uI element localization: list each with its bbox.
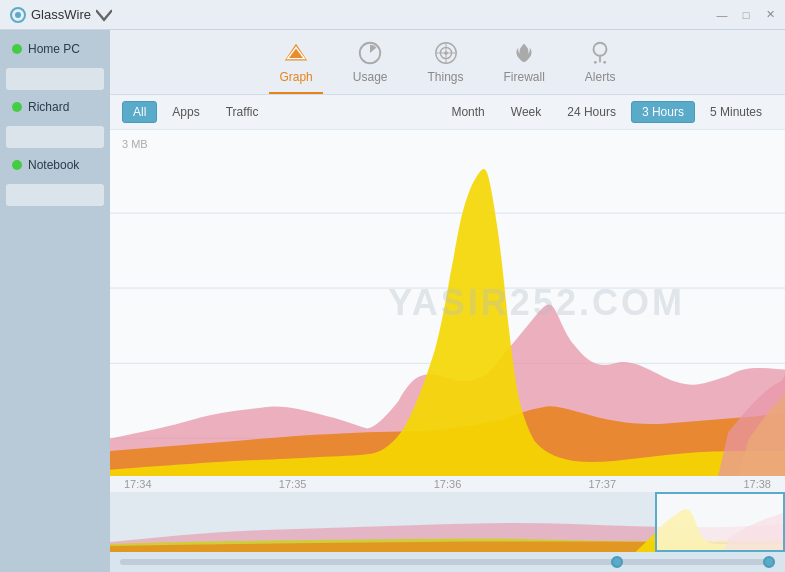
filter-bar: All Apps Traffic Month Week 24 Hours 3 H… [110,95,785,130]
svg-point-12 [594,61,597,64]
title-bar: GlassWire — □ ✕ [0,0,785,30]
sidebar-input-homepc[interactable] [6,68,104,90]
tab-graph-label: Graph [279,70,312,84]
status-dot-notebook [12,160,22,170]
tab-firewall[interactable]: Firewall [494,36,555,94]
scrollbar-thumb-right[interactable] [763,556,775,568]
window-controls: — □ ✕ [715,8,777,22]
filter-5minutes[interactable]: 5 Minutes [699,101,773,123]
mini-chart-selection[interactable] [655,492,785,552]
filter-week[interactable]: Week [500,101,552,123]
filter-24hours[interactable]: 24 Hours [556,101,627,123]
filter-right: Month Week 24 Hours 3 Hours 5 Minutes [440,101,773,123]
filter-traffic[interactable]: Traffic [215,101,270,123]
sidebar-item-notebook[interactable]: Notebook [6,154,104,176]
tab-alerts[interactable]: Alerts [575,36,626,94]
app-logo[interactable]: GlassWire [10,7,112,23]
status-dot-homepc [12,44,22,54]
sidebar-item-homepc[interactable]: Home PC [6,38,104,60]
firewall-icon [511,40,537,66]
mini-chart-area [110,492,785,552]
svg-point-10 [594,43,607,56]
nav-tabs: Graph Usage Things [110,30,785,95]
graph-icon [283,40,309,66]
tab-firewall-label: Firewall [504,70,545,84]
sidebar-input-notebook[interactable] [6,184,104,206]
tab-alerts-label: Alerts [585,70,616,84]
time-label-1: 17:35 [279,478,307,490]
alerts-icon [587,40,613,66]
sidebar-label-notebook: Notebook [28,158,79,172]
minimize-button[interactable]: — [715,8,729,22]
chart-y-label: 3 MB [122,138,148,150]
scrollbar-thumb-left[interactable] [611,556,623,568]
sidebar-label-richard: Richard [28,100,69,114]
filter-all[interactable]: All [122,101,157,123]
filter-3hours[interactable]: 3 Hours [631,101,695,123]
sidebar-input-richard[interactable] [6,126,104,148]
main-chart-svg [110,138,785,476]
sidebar: Home PC Richard Notebook [0,30,110,572]
chart-area: 3 MB YASIR252.COM [110,130,785,476]
status-dot-richard [12,102,22,112]
tab-usage[interactable]: Usage [343,36,398,94]
time-label-0: 17:34 [124,478,152,490]
svg-point-13 [603,61,606,64]
time-label-4: 17:38 [743,478,771,490]
usage-icon [357,40,383,66]
scrollbar-track[interactable] [120,559,775,565]
tab-things[interactable]: Things [417,36,473,94]
time-label-3: 17:37 [589,478,617,490]
sidebar-label-homepc: Home PC [28,42,80,56]
maximize-button[interactable]: □ [739,8,753,22]
close-button[interactable]: ✕ [763,8,777,22]
tab-things-label: Things [427,70,463,84]
svg-point-1 [15,12,21,18]
chevron-down-icon [96,7,112,23]
filter-apps[interactable]: Apps [161,101,210,123]
tab-graph[interactable]: Graph [269,36,322,94]
app-title: GlassWire [31,7,91,22]
time-label-2: 17:36 [434,478,462,490]
glasswire-icon [10,7,26,23]
sidebar-item-richard[interactable]: Richard [6,96,104,118]
filter-month[interactable]: Month [440,101,495,123]
scrollbar-area [110,552,785,572]
things-icon [433,40,459,66]
content-area: Graph Usage Things [110,30,785,572]
filter-left: All Apps Traffic [122,101,436,123]
time-axis: 17:34 17:35 17:36 17:37 17:38 [110,476,785,492]
main-layout: Home PC Richard Notebook Graph [0,30,785,572]
tab-usage-label: Usage [353,70,388,84]
